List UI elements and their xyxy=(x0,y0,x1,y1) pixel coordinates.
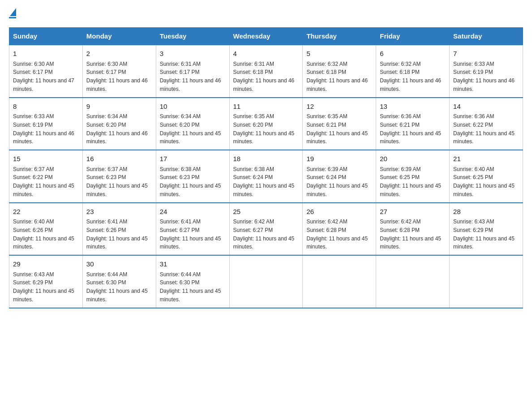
day-number: 25 xyxy=(233,207,299,217)
header-monday: Monday xyxy=(82,28,156,45)
day-info: Sunrise: 6:33 AMSunset: 6:19 PMDaylight:… xyxy=(13,113,74,145)
day-number: 22 xyxy=(13,207,79,217)
calendar-cell: 16Sunrise: 6:37 AMSunset: 6:23 PMDayligh… xyxy=(82,150,156,203)
day-number: 1 xyxy=(13,49,79,59)
day-info: Sunrise: 6:44 AMSunset: 6:30 PMDaylight:… xyxy=(86,271,148,303)
calendar-cell xyxy=(229,255,303,308)
calendar-cell: 21Sunrise: 6:40 AMSunset: 6:25 PMDayligh… xyxy=(450,150,523,203)
day-info: Sunrise: 6:36 AMSunset: 6:22 PMDaylight:… xyxy=(453,113,515,145)
calendar-cell: 24Sunrise: 6:41 AMSunset: 6:27 PMDayligh… xyxy=(156,203,229,256)
calendar-cell: 29Sunrise: 6:43 AMSunset: 6:29 PMDayligh… xyxy=(9,255,83,308)
calendar-cell: 18Sunrise: 6:38 AMSunset: 6:24 PMDayligh… xyxy=(229,150,303,203)
day-number: 27 xyxy=(380,207,446,217)
day-number: 15 xyxy=(13,154,79,164)
logo xyxy=(9,9,16,18)
calendar-cell: 30Sunrise: 6:44 AMSunset: 6:30 PMDayligh… xyxy=(82,255,156,308)
calendar-header: SundayMondayTuesdayWednesdayThursdayFrid… xyxy=(9,28,523,45)
day-number: 28 xyxy=(453,207,519,217)
day-info: Sunrise: 6:35 AMSunset: 6:21 PMDaylight:… xyxy=(306,113,368,145)
calendar-cell xyxy=(376,255,450,308)
day-number: 5 xyxy=(306,49,372,59)
week-row-3: 15Sunrise: 6:37 AMSunset: 6:22 PMDayligh… xyxy=(9,150,523,203)
calendar-cell: 12Sunrise: 6:35 AMSunset: 6:21 PMDayligh… xyxy=(303,98,376,150)
day-info: Sunrise: 6:36 AMSunset: 6:21 PMDaylight:… xyxy=(380,113,441,145)
day-number: 10 xyxy=(160,102,226,112)
calendar-cell: 2Sunrise: 6:30 AMSunset: 6:17 PMDaylight… xyxy=(82,45,156,98)
day-number: 6 xyxy=(380,49,446,59)
calendar-cell: 1Sunrise: 6:30 AMSunset: 6:17 PMDaylight… xyxy=(9,45,83,98)
day-number: 12 xyxy=(306,102,372,112)
page-header xyxy=(9,9,523,18)
day-info: Sunrise: 6:35 AMSunset: 6:20 PMDaylight:… xyxy=(233,113,295,145)
day-info: Sunrise: 6:32 AMSunset: 6:18 PMDaylight:… xyxy=(380,61,441,92)
calendar-cell: 17Sunrise: 6:38 AMSunset: 6:23 PMDayligh… xyxy=(156,150,229,203)
day-number: 9 xyxy=(86,102,152,112)
day-info: Sunrise: 6:39 AMSunset: 6:25 PMDaylight:… xyxy=(380,166,441,197)
day-info: Sunrise: 6:42 AMSunset: 6:27 PMDaylight:… xyxy=(233,218,295,250)
calendar-cell: 26Sunrise: 6:42 AMSunset: 6:28 PMDayligh… xyxy=(303,203,376,256)
day-number: 13 xyxy=(380,102,446,112)
day-info: Sunrise: 6:41 AMSunset: 6:27 PMDaylight:… xyxy=(160,218,221,250)
day-number: 23 xyxy=(86,207,152,217)
day-info: Sunrise: 6:43 AMSunset: 6:29 PMDaylight:… xyxy=(13,271,74,303)
day-number: 26 xyxy=(306,207,372,217)
calendar-cell: 5Sunrise: 6:32 AMSunset: 6:18 PMDaylight… xyxy=(303,45,376,98)
week-row-1: 1Sunrise: 6:30 AMSunset: 6:17 PMDaylight… xyxy=(9,45,523,98)
calendar-cell: 28Sunrise: 6:43 AMSunset: 6:29 PMDayligh… xyxy=(450,203,523,256)
day-info: Sunrise: 6:31 AMSunset: 6:17 PMDaylight:… xyxy=(160,61,221,92)
day-number: 20 xyxy=(380,154,446,164)
calendar-cell xyxy=(450,255,523,308)
day-number: 8 xyxy=(13,102,79,112)
header-tuesday: Tuesday xyxy=(156,28,229,45)
calendar-cell: 8Sunrise: 6:33 AMSunset: 6:19 PMDaylight… xyxy=(9,98,83,150)
header-thursday: Thursday xyxy=(303,28,376,45)
day-info: Sunrise: 6:38 AMSunset: 6:24 PMDaylight:… xyxy=(233,166,295,197)
day-info: Sunrise: 6:37 AMSunset: 6:23 PMDaylight:… xyxy=(86,166,148,197)
day-info: Sunrise: 6:34 AMSunset: 6:20 PMDaylight:… xyxy=(160,113,221,145)
header-saturday: Saturday xyxy=(450,28,523,45)
day-number: 29 xyxy=(13,259,79,270)
calendar-cell: 20Sunrise: 6:39 AMSunset: 6:25 PMDayligh… xyxy=(376,150,450,203)
day-number: 4 xyxy=(233,49,299,59)
day-info: Sunrise: 6:37 AMSunset: 6:22 PMDaylight:… xyxy=(13,166,74,197)
calendar-cell: 27Sunrise: 6:42 AMSunset: 6:28 PMDayligh… xyxy=(376,203,450,256)
calendar-cell: 7Sunrise: 6:33 AMSunset: 6:19 PMDaylight… xyxy=(450,45,523,98)
day-info: Sunrise: 6:32 AMSunset: 6:18 PMDaylight:… xyxy=(306,61,368,92)
calendar-cell: 23Sunrise: 6:41 AMSunset: 6:26 PMDayligh… xyxy=(82,203,156,256)
day-number: 17 xyxy=(160,154,226,164)
day-number: 24 xyxy=(160,207,226,217)
day-info: Sunrise: 6:30 AMSunset: 6:17 PMDaylight:… xyxy=(13,61,74,92)
day-info: Sunrise: 6:43 AMSunset: 6:29 PMDaylight:… xyxy=(453,218,515,250)
header-wednesday: Wednesday xyxy=(229,28,303,45)
day-number: 18 xyxy=(233,154,299,164)
calendar-cell: 6Sunrise: 6:32 AMSunset: 6:18 PMDaylight… xyxy=(376,45,450,98)
calendar-cell: 14Sunrise: 6:36 AMSunset: 6:22 PMDayligh… xyxy=(450,98,523,150)
day-info: Sunrise: 6:42 AMSunset: 6:28 PMDaylight:… xyxy=(306,218,368,250)
logo-text xyxy=(9,9,16,17)
day-info: Sunrise: 6:33 AMSunset: 6:19 PMDaylight:… xyxy=(453,61,515,92)
week-row-5: 29Sunrise: 6:43 AMSunset: 6:29 PMDayligh… xyxy=(9,255,523,308)
calendar-cell: 15Sunrise: 6:37 AMSunset: 6:22 PMDayligh… xyxy=(9,150,83,203)
calendar-cell: 4Sunrise: 6:31 AMSunset: 6:18 PMDaylight… xyxy=(229,45,303,98)
logo-triangle-icon xyxy=(10,8,16,16)
day-info: Sunrise: 6:42 AMSunset: 6:28 PMDaylight:… xyxy=(380,218,441,250)
day-info: Sunrise: 6:41 AMSunset: 6:26 PMDaylight:… xyxy=(86,218,148,250)
day-number: 2 xyxy=(86,49,152,59)
day-info: Sunrise: 6:38 AMSunset: 6:23 PMDaylight:… xyxy=(160,166,221,197)
calendar-cell: 10Sunrise: 6:34 AMSunset: 6:20 PMDayligh… xyxy=(156,98,229,150)
day-info: Sunrise: 6:40 AMSunset: 6:25 PMDaylight:… xyxy=(453,166,515,197)
week-row-4: 22Sunrise: 6:40 AMSunset: 6:26 PMDayligh… xyxy=(9,203,523,256)
calendar-cell: 19Sunrise: 6:39 AMSunset: 6:24 PMDayligh… xyxy=(303,150,376,203)
header-friday: Friday xyxy=(376,28,450,45)
day-info: Sunrise: 6:44 AMSunset: 6:30 PMDaylight:… xyxy=(160,271,221,303)
calendar-cell: 25Sunrise: 6:42 AMSunset: 6:27 PMDayligh… xyxy=(229,203,303,256)
calendar-cell: 13Sunrise: 6:36 AMSunset: 6:21 PMDayligh… xyxy=(376,98,450,150)
calendar-cell: 3Sunrise: 6:31 AMSunset: 6:17 PMDaylight… xyxy=(156,45,229,98)
calendar-cell: 22Sunrise: 6:40 AMSunset: 6:26 PMDayligh… xyxy=(9,203,83,256)
day-number: 7 xyxy=(453,49,519,59)
calendar-cell: 9Sunrise: 6:34 AMSunset: 6:20 PMDaylight… xyxy=(82,98,156,150)
day-info: Sunrise: 6:31 AMSunset: 6:18 PMDaylight:… xyxy=(233,61,295,92)
day-number: 19 xyxy=(306,154,372,164)
day-number: 3 xyxy=(160,49,226,59)
header-sunday: Sunday xyxy=(9,28,83,45)
